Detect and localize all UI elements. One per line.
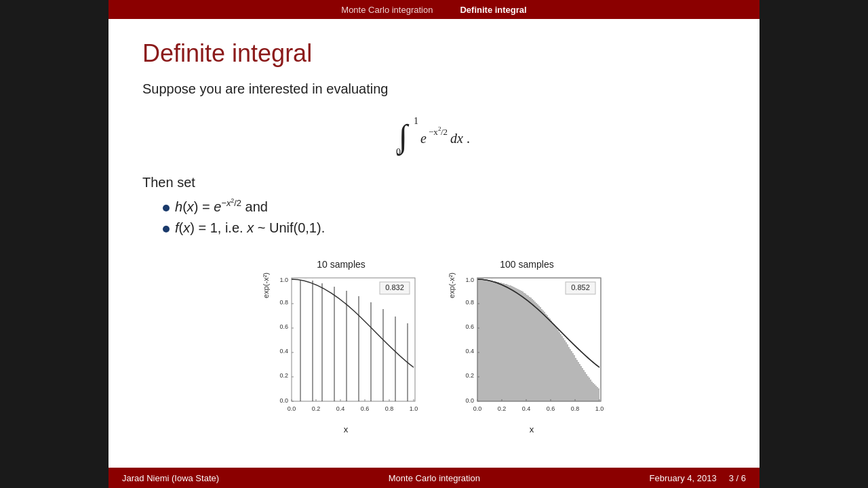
then-set-text: Then set (142, 175, 726, 190)
svg-text:1.0: 1.0 (595, 405, 604, 412)
svg-text:0.6: 0.6 (279, 323, 288, 330)
svg-text:0.4: 0.4 (465, 348, 474, 354)
bullet-item-2: f(x) = 1, i.e. x ~ Unif(0,1). (163, 220, 726, 236)
svg-text:0.8: 0.8 (385, 405, 394, 412)
svg-text:0.0: 0.0 (288, 405, 296, 412)
bullet-text-2: f(x) = 1, i.e. x ~ Unif(0,1). (175, 220, 325, 236)
svg-text:0.8: 0.8 (571, 405, 580, 412)
svg-text:0.0: 0.0 (465, 397, 474, 404)
chart1-area: 0.0 0.2 0.4 0.6 0.8 1.0 (271, 272, 420, 422)
svg-text:0: 0 (396, 147, 401, 157)
slide: Monte Carlo integration Definite integra… (108, 0, 760, 488)
chart1-container: 10 samples exp(-x²) 0.0 0.2 0.4 (262, 259, 420, 461)
chart1-svg: 0.0 0.2 0.4 0.6 0.8 1.0 (271, 272, 420, 422)
bottom-left: Jarad Niemi (Iowa State) (122, 473, 219, 483)
chart2-row: exp(-x²) 0.0 0.2 0.4 0.6 0.8 (448, 272, 606, 434)
svg-text:0.6: 0.6 (465, 323, 474, 330)
chart2-title: 100 samples (500, 259, 553, 270)
svg-text:0.6: 0.6 (361, 405, 370, 412)
chart1-x-label: x (344, 424, 349, 434)
nav-item-monte-carlo[interactable]: Monte Carlo integration (341, 5, 433, 15)
svg-text:0.832: 0.832 (385, 283, 404, 291)
svg-text:e: e (420, 131, 427, 146)
chart2-y-label: exp(-x²) (448, 272, 456, 298)
nav-item-definite-integral[interactable]: Definite integral (460, 5, 526, 15)
bullet-text-1: h(x) = e−x2/2 and (175, 197, 268, 215)
svg-text:0.8: 0.8 (465, 299, 474, 306)
svg-text:0.2: 0.2 (312, 405, 321, 412)
svg-text:1.0: 1.0 (279, 277, 288, 283)
svg-text:/2: /2 (441, 127, 448, 137)
slide-title: Definite integral (142, 39, 726, 68)
top-nav: Monte Carlo integration Definite integra… (108, 0, 760, 19)
svg-rect-9 (292, 278, 415, 401)
svg-text:0.8: 0.8 (279, 299, 288, 306)
svg-text:0.0: 0.0 (279, 397, 288, 404)
intro-text: Suppose you are interested in evaluating (142, 81, 726, 97)
svg-text:0.0: 0.0 (473, 405, 482, 412)
bullet-dot-1 (163, 205, 170, 211)
svg-text:0.2: 0.2 (498, 405, 507, 412)
bottom-center: Monte Carlo integration (389, 473, 480, 483)
bullet-item-1: h(x) = e−x2/2 and (163, 197, 726, 215)
svg-text:0.4: 0.4 (279, 348, 288, 354)
svg-text:0.4: 0.4 (522, 405, 531, 412)
svg-text:0.6: 0.6 (547, 405, 555, 412)
chart2-x-label: x (530, 424, 534, 434)
bullet-list: h(x) = e−x2/2 and f(x) = 1, i.e. x ~ Uni… (163, 197, 726, 241)
chart2-svg: 0.0 0.2 0.4 0.6 0.8 1.0 (457, 272, 606, 422)
svg-text:0.4: 0.4 (336, 405, 345, 412)
svg-text:0.852: 0.852 (571, 283, 590, 291)
bottom-page: 3 / 6 (729, 473, 746, 483)
bottom-date: February 4, 2013 (650, 473, 717, 483)
chart1-row: exp(-x²) 0.0 0.2 0.4 0.6 0.8 (262, 272, 420, 434)
bullet-dot-2 (163, 226, 170, 232)
svg-text:0.2: 0.2 (279, 372, 288, 379)
svg-text:.: . (467, 131, 470, 146)
svg-text:1.0: 1.0 (410, 405, 418, 412)
charts-row: 10 samples exp(-x²) 0.0 0.2 0.4 (142, 259, 726, 461)
bottom-bar: Jarad Niemi (Iowa State) Monte Carlo int… (108, 468, 760, 488)
chart2-container: 100 samples exp(-x²) 0.0 0.2 0.4 (448, 259, 606, 461)
svg-text:dx: dx (450, 131, 463, 146)
chart2-area: 0.0 0.2 0.4 0.6 0.8 1.0 (457, 272, 606, 422)
bottom-right: February 4, 2013 3 / 6 (650, 473, 746, 483)
integral-formula: ∫ 1 0 e −x 2 /2 dx . (142, 110, 726, 163)
chart1-y-label: exp(-x²) (262, 272, 270, 298)
svg-text:0.2: 0.2 (465, 372, 474, 379)
svg-text:1: 1 (414, 116, 418, 126)
slide-content: Definite integral Suppose you are intere… (108, 19, 760, 468)
svg-text:1.0: 1.0 (465, 277, 474, 283)
svg-text:−x: −x (429, 127, 438, 137)
chart1-title: 10 samples (317, 259, 366, 270)
